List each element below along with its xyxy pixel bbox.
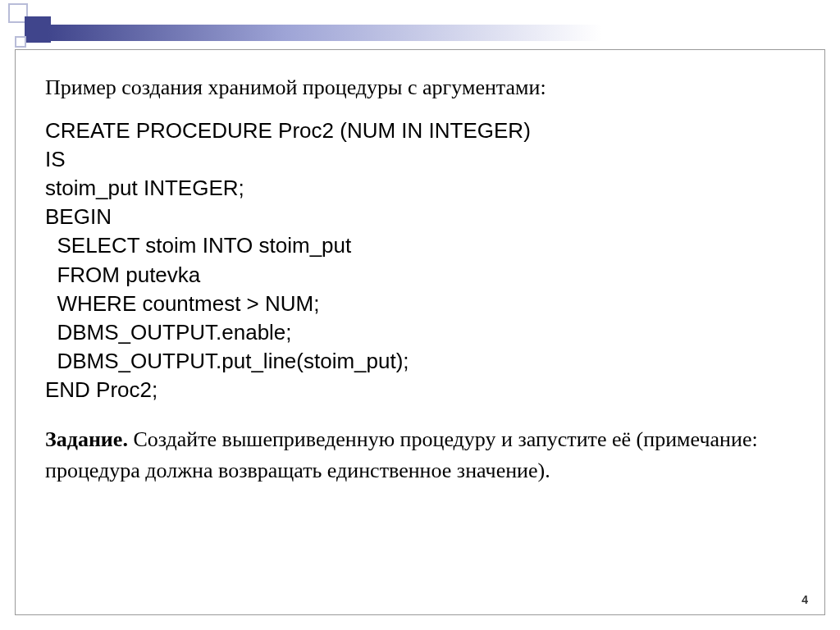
task-text: Создайте вышеприведенную процедуру и зап… [45, 427, 758, 482]
task-label: Задание. [45, 427, 128, 451]
example-heading: Пример создания хранимой процедуры с арг… [45, 73, 795, 102]
deco-square-small [15, 36, 26, 48]
gradient-bar [48, 25, 840, 41]
sql-code-block: CREATE PROCEDURE Proc2 (NUM IN INTEGER) … [45, 116, 795, 404]
slide: Пример создания хранимой процедуры с арг… [0, 0, 840, 630]
content-frame: Пример создания хранимой процедуры с арг… [15, 49, 825, 615]
task-paragraph: Задание. Создайте вышеприведенную процед… [45, 424, 795, 486]
page-number: 4 [801, 593, 808, 606]
header-decoration [0, 0, 840, 49]
